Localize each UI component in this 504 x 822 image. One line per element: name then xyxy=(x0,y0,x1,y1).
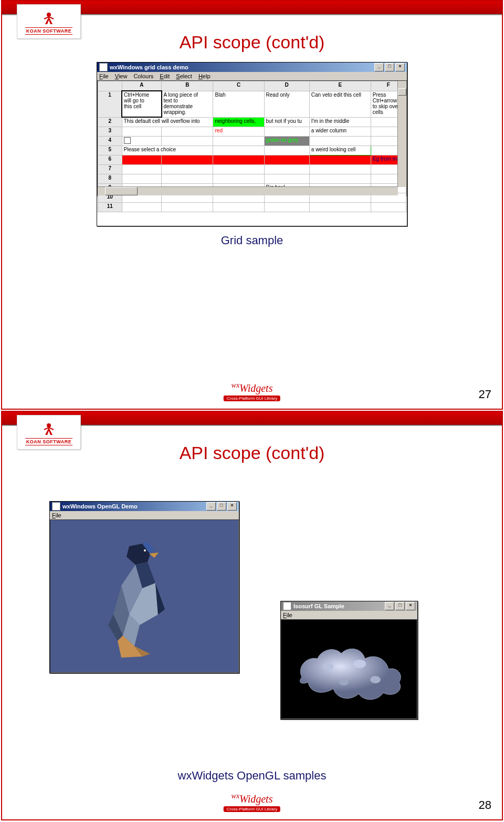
gl1-menubar: File xyxy=(50,511,239,519)
grid-area: A B C D E F 1 Ctrl+Home will go to this … xyxy=(97,80,407,196)
menu-file[interactable]: File xyxy=(283,612,292,618)
grid-cell[interactable] xyxy=(122,127,162,137)
gl1-titlebar[interactable]: wxWindows OpenGL Demo _ □ × xyxy=(50,502,239,511)
grid-cell[interactable]: red xyxy=(213,127,264,137)
koan-logo-text: KOAN SOFTWARE xyxy=(25,438,73,445)
window-icon xyxy=(283,602,291,610)
grid-cell[interactable]: Can veto edit this cell xyxy=(309,91,371,117)
maximize-button[interactable]: □ xyxy=(395,602,405,610)
grid-cell[interactable]: neighboring cells, xyxy=(213,117,264,127)
slide-number: 27 xyxy=(479,388,491,401)
koan-logo: KOAN SOFTWARE xyxy=(17,4,81,39)
close-button[interactable]: × xyxy=(406,602,415,610)
grid-cell[interactable]: a weird looking cell xyxy=(309,146,371,155)
svg-point-14 xyxy=(144,549,146,552)
wxwidgets-tagline: Cross-Platform GUI Library xyxy=(224,806,280,812)
vertical-scrollbar[interactable] xyxy=(397,81,406,187)
koan-logo-text: KOAN SOFTWARE xyxy=(25,27,73,35)
menu-colours[interactable]: Colours xyxy=(133,73,153,79)
svg-point-0 xyxy=(47,13,51,17)
wxwidgets-logo: wxWidgets xyxy=(232,381,273,394)
grid-cell[interactable] xyxy=(264,155,309,165)
col-header[interactable]: B xyxy=(162,81,213,91)
grid-cell[interactable] xyxy=(309,137,371,146)
slide-27: KOAN SOFTWARE API scope (cont'd) wxWindo… xyxy=(1,0,503,410)
minimize-button[interactable]: _ xyxy=(374,63,384,71)
grid-cell[interactable]: green on grey xyxy=(264,137,309,146)
grid-cell[interactable]: A long piece of text to demonstrate wrap… xyxy=(162,91,213,117)
menu-help[interactable]: Help xyxy=(198,73,211,79)
window-icon xyxy=(52,502,60,511)
window-icon xyxy=(99,63,108,71)
grid-cell[interactable]: This default cell will overflow into xyxy=(122,117,213,127)
svg-point-18 xyxy=(339,679,349,685)
svg-point-1 xyxy=(47,423,51,428)
menu-file[interactable]: File xyxy=(52,512,61,518)
grid-cell[interactable] xyxy=(264,127,309,137)
row-header[interactable]: 3 xyxy=(98,127,122,137)
grid-cell[interactable] xyxy=(213,137,264,146)
grid-window-title: wxWindows grid class demo xyxy=(110,64,188,70)
col-header[interactable]: A xyxy=(122,81,162,91)
penguin-model xyxy=(92,536,176,662)
maximize-button[interactable]: □ xyxy=(217,502,226,511)
row-header[interactable]: 7 xyxy=(98,165,122,174)
menu-view[interactable]: View xyxy=(115,73,128,79)
gl2-titlebar[interactable]: Isosurf GL Sample _ □ × xyxy=(281,601,417,611)
koan-logo: KOAN SOFTWARE xyxy=(17,415,81,450)
grid-cell[interactable]: but not if you tu xyxy=(264,117,309,127)
close-button[interactable]: × xyxy=(227,502,237,511)
grid-cell[interactable]: Ctrl+Home will go to this cell xyxy=(122,91,162,117)
gl1-canvas[interactable] xyxy=(50,519,239,673)
menu-select[interactable]: Select xyxy=(176,73,192,79)
grid-cell[interactable]: I'm in the middle xyxy=(309,117,371,127)
grid-cell[interactable] xyxy=(309,155,371,165)
col-header[interactable]: D xyxy=(264,81,309,91)
grid-cell[interactable] xyxy=(162,155,213,165)
slide-caption: wxWidgets OpenGL samples xyxy=(2,769,502,783)
minimize-button[interactable]: _ xyxy=(385,602,394,610)
gl2-canvas[interactable] xyxy=(281,619,417,719)
grid-titlebar[interactable]: wxWindows grid class demo _ □ × xyxy=(97,63,407,72)
grid-cell[interactable]: Please select a choice xyxy=(122,146,213,155)
row-header[interactable]: 8 xyxy=(98,174,122,184)
grid-cell[interactable] xyxy=(122,155,162,165)
gl2-menubar: File xyxy=(281,611,417,619)
row-header[interactable]: 5 xyxy=(98,146,122,155)
svg-point-15 xyxy=(323,663,333,670)
grid-cell[interactable]: Read only xyxy=(264,91,309,117)
opengl-penguin-window: wxWindows OpenGL Demo _ □ × File xyxy=(49,501,239,673)
row-header[interactable]: 2 xyxy=(98,117,122,127)
horizontal-scrollbar[interactable] xyxy=(98,186,398,195)
col-header[interactable]: E xyxy=(309,81,371,91)
grid-cell[interactable] xyxy=(213,155,264,165)
col-header[interactable]: C xyxy=(213,81,264,91)
maximize-button[interactable]: □ xyxy=(385,63,394,71)
grid-cell[interactable] xyxy=(264,146,309,155)
corner-header[interactable] xyxy=(98,81,122,91)
wxwidgets-tagline: Cross-Platform GUI Library xyxy=(224,396,280,401)
slide-28: KOAN SOFTWARE API scope (cont'd) wxWindo… xyxy=(1,411,503,820)
close-button[interactable]: × xyxy=(395,63,405,71)
wxwidgets-logo: wxWidgets xyxy=(232,792,273,805)
menu-edit[interactable]: Edit xyxy=(160,73,170,79)
row-header[interactable]: 6 xyxy=(98,155,122,165)
grid-menubar: File View Colours Edit Select Help xyxy=(97,72,407,80)
minimize-button[interactable]: _ xyxy=(206,502,216,511)
grid-cell[interactable] xyxy=(162,127,213,137)
grid-cell[interactable] xyxy=(213,146,264,155)
grid-cell[interactable] xyxy=(162,137,213,146)
gl2-window-title: Isosurf GL Sample xyxy=(293,603,344,609)
row-header[interactable]: 1 xyxy=(98,91,122,117)
grid-cell[interactable]: a wider column xyxy=(309,127,371,137)
row-header[interactable]: 4 xyxy=(98,137,122,146)
slide-caption: Grid sample xyxy=(2,234,502,247)
svg-point-16 xyxy=(353,660,366,668)
grid-cell[interactable] xyxy=(122,137,162,146)
gl1-window-title: wxWindows OpenGL Demo xyxy=(62,503,138,509)
menu-file[interactable]: File xyxy=(99,73,109,79)
wxwidgets-footer: wxWidgets Cross-Platform GUI Library xyxy=(224,381,280,401)
row-header[interactable]: 11 xyxy=(98,203,122,212)
grid-demo-window: wxWindows grid class demo _ □ × File Vie… xyxy=(97,62,407,226)
grid-cell[interactable]: Blah xyxy=(213,91,264,117)
